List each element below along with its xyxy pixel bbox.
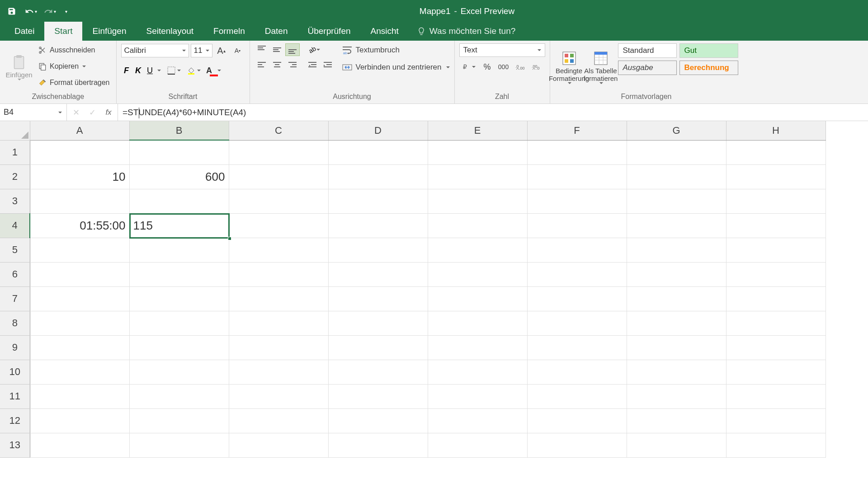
cell-g1[interactable] [627,140,726,164]
cell-a3[interactable] [30,189,129,213]
cell-g2[interactable] [627,164,726,189]
borders-button[interactable] [165,63,184,78]
cell-d6[interactable] [328,262,428,286]
col-header-f[interactable]: F [527,121,627,140]
cell-h2[interactable] [726,164,826,189]
cell-d7[interactable] [328,286,428,311]
cell-e11[interactable] [428,384,527,408]
cell-g12[interactable] [627,408,726,433]
cell-d8[interactable] [328,311,428,335]
cell-d3[interactable] [328,189,428,213]
undo-button[interactable]: ▾ [24,4,38,19]
cell-e3[interactable] [428,189,527,213]
cell-c5[interactable] [229,238,328,262]
cell-a2[interactable]: 10 [30,164,129,189]
cell-h11[interactable] [726,384,826,408]
paste-dropdown-icon[interactable] [18,79,21,80]
increase-indent-button[interactable] [321,59,335,71]
cell-h8[interactable] [726,311,826,335]
cell-e5[interactable] [428,238,527,262]
cell-b8[interactable] [129,311,229,335]
cell-style-berechnung[interactable]: Berechnung [679,61,738,75]
cell-e1[interactable] [428,140,527,164]
cell-c2[interactable] [229,164,328,189]
row-header-10[interactable]: 10 [0,360,30,384]
row-header-3[interactable]: 3 [0,189,30,213]
col-header-g[interactable]: G [627,121,726,140]
cell-f3[interactable] [527,189,627,213]
cell-d12[interactable] [328,408,428,433]
cell-b9[interactable] [129,335,229,360]
tab-start[interactable]: Start [44,22,82,41]
cell-a7[interactable] [30,286,129,311]
formula-input[interactable]: =STUNDE(A4)*60+MINUTE(A4) [118,104,868,121]
cell-h1[interactable] [726,140,826,164]
cell-f1[interactable] [527,140,627,164]
tab-ueberpruefen[interactable]: Überprüfen [297,22,360,41]
formula-enter-button[interactable]: ✓ [87,107,98,118]
align-center-button[interactable] [270,59,284,71]
cell-b3[interactable] [129,189,229,213]
cell-b7[interactable] [129,286,229,311]
cell-style-standard[interactable]: Standard [618,43,677,58]
col-header-b[interactable]: B [129,121,229,140]
cell-e9[interactable] [428,335,527,360]
cell-g8[interactable] [627,311,726,335]
decrease-decimal-button[interactable]: .00.0 [529,60,543,74]
col-header-h[interactable]: H [726,121,826,140]
font-name-select[interactable]: Calibri [121,44,189,57]
cell-a9[interactable] [30,335,129,360]
row-header-5[interactable]: 5 [0,238,30,262]
cell-g10[interactable] [627,360,726,384]
cell-e2[interactable] [428,164,527,189]
cell-h9[interactable] [726,335,826,360]
cell-a10[interactable] [30,360,129,384]
cell-f12[interactable] [527,408,627,433]
cell-c1[interactable] [229,140,328,164]
cell-b11[interactable] [129,384,229,408]
cell-h5[interactable] [726,238,826,262]
cell-b10[interactable] [129,360,229,384]
cell-d13[interactable] [328,433,428,457]
cell-c9[interactable] [229,335,328,360]
cell-e8[interactable] [428,311,527,335]
col-header-e[interactable]: E [428,121,527,140]
cell-f6[interactable] [527,262,627,286]
cell-b12[interactable] [129,408,229,433]
cell-g11[interactable] [627,384,726,408]
row-header-1[interactable]: 1 [0,140,30,164]
cell-b4[interactable]: 115 [129,213,229,238]
align-right-button[interactable] [285,59,300,71]
align-top-button[interactable] [255,43,269,56]
cell-h12[interactable] [726,408,826,433]
cell-b1[interactable] [129,140,229,164]
formula-cancel-button[interactable]: ✕ [71,107,81,118]
cell-h13[interactable] [726,433,826,457]
cell-a4[interactable]: 01:55:00 [30,213,129,238]
cell-e6[interactable] [428,262,527,286]
row-header-7[interactable]: 7 [0,286,30,311]
align-left-button[interactable] [255,59,269,71]
accounting-format-button[interactable]: ₽ [459,60,478,74]
cell-d4[interactable] [328,213,428,238]
redo-dropdown-icon[interactable]: ▾ [54,9,56,14]
row-header-8[interactable]: 8 [0,311,30,335]
merge-center-button[interactable]: Verbinden und zentrieren [342,61,450,74]
font-size-select[interactable]: 11 [191,44,212,57]
cell-c4[interactable] [229,213,328,238]
percent-button[interactable]: % [480,60,495,74]
row-header-13[interactable]: 13 [0,433,30,457]
cell-b13[interactable] [129,433,229,457]
cell-c10[interactable] [229,360,328,384]
cell-a11[interactable] [30,384,129,408]
tab-datei[interactable]: Datei [5,22,44,41]
conditional-format-button[interactable]: Bedingte Formatierung [555,43,584,91]
italic-button[interactable]: K [133,66,144,75]
undo-dropdown-icon[interactable]: ▾ [35,9,37,14]
comma-style-button[interactable]: 000 [496,60,511,74]
tell-me-search[interactable]: Was möchten Sie tun? [409,22,524,41]
select-all-corner[interactable] [0,121,30,140]
cell-f9[interactable] [527,335,627,360]
grow-font-button[interactable]: A▴ [214,43,229,58]
wrap-text-button[interactable]: ab Textumbruch [342,43,450,57]
